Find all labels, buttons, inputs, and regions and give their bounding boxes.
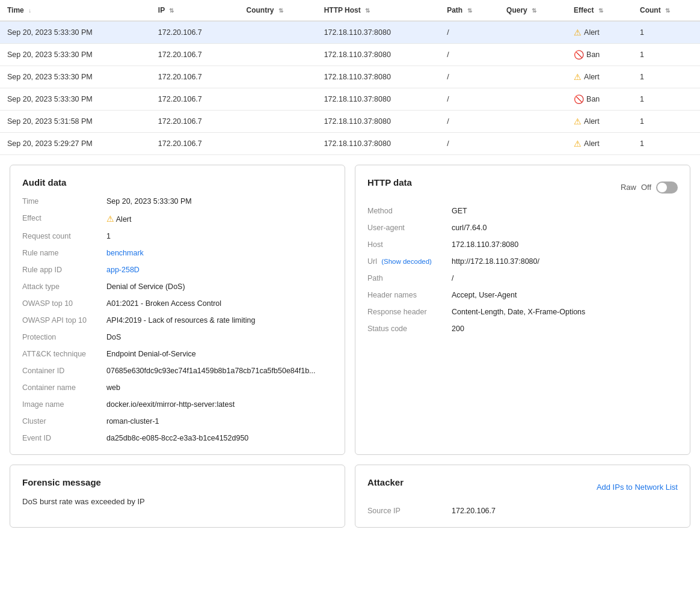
cell-httphost: 172.18.110.37:8080 [317,88,440,111]
cell-query [499,133,566,155]
ban-icon: 🚫 [574,50,584,59]
audit-field-label: Protection [22,333,106,341]
attacker-panel-header: Attacker Add IPs to Network List [367,477,678,497]
col-httphost[interactable]: HTTP Host ⇅ [317,0,440,21]
audit-field-value: API4:2019 - Lack of resources & rate lim… [106,316,333,325]
col-ip[interactable]: IP ⇅ [151,0,239,21]
http-field-value: / [452,274,678,282]
cell-path: / [440,44,499,66]
col-ip-label: IP [158,6,165,14]
table-row[interactable]: Sep 20, 2023 5:33:30 PM 172.20.106.7 172… [0,88,700,111]
table-row[interactable]: Sep 20, 2023 5:31:58 PM 172.20.106.7 172… [0,111,700,133]
col-country[interactable]: Country ⇅ [239,0,317,21]
col-time[interactable]: Time ↓ [0,0,151,21]
cell-effect: ⚠ Alert [566,21,633,44]
audit-field-value: 07685e630fdc9c93ec74f1a1459b8b1a78cb71ca… [106,367,333,375]
col-path[interactable]: Path ⇅ [440,0,499,21]
http-field-label: Path [367,274,452,282]
forensic-panel: Forensic message DoS burst rate was exce… [10,465,345,528]
cell-httphost: 172.18.110.37:8080 [317,66,440,88]
cell-ip: 172.20.106.7 [151,88,239,111]
audit-field-label: Request count [22,232,106,240]
http-field-value: Accept, User-Agent [452,291,678,299]
show-decoded-link[interactable]: (Show decoded) [379,258,432,265]
cell-path: / [440,88,499,111]
cell-query [499,44,566,66]
sort-icon-count: ⇅ [665,7,670,14]
cell-count: 1 [633,21,700,44]
effect-badge: ⚠ Alert [574,72,600,82]
cell-effect: 🚫 Ban [566,44,633,66]
audit-field-value[interactable]: benchmark [106,249,333,257]
col-count-label: Count [640,6,661,14]
cell-query [499,111,566,133]
table-row[interactable]: Sep 20, 2023 5:33:30 PM 172.20.106.7 172… [0,21,700,44]
audit-field-label: Cluster [22,417,106,425]
http-field-value: curl/7.64.0 [452,224,678,232]
forensic-title: Forensic message [22,477,333,487]
http-fields: MethodGETUser-agentcurl/7.64.0Host172.18… [367,207,678,333]
cell-effect: 🚫 Ban [566,88,633,111]
alert-icon: ⚠ [574,28,582,37]
sort-icon-httphost: ⇅ [365,7,370,14]
cell-country [239,66,317,88]
add-ips-link[interactable]: Add IPs to Network List [597,483,678,492]
cell-count: 1 [633,111,700,133]
http-field-label: Url (Show decoded) [367,257,452,266]
audit-title: Audit data [22,177,333,188]
audit-field-label: Container ID [22,367,106,375]
col-path-label: Path [447,6,462,14]
cell-query [499,66,566,88]
cell-time: Sep 20, 2023 5:33:30 PM [0,88,151,111]
cell-time: Sep 20, 2023 5:29:27 PM [0,133,151,155]
cell-time: Sep 20, 2023 5:33:30 PM [0,21,151,44]
cell-count: 1 [633,44,700,66]
http-field-label: User-agent [367,224,452,232]
attacker-panel: Attacker Add IPs to Network List Source … [355,465,690,528]
raw-toggle-row: Raw Off [621,181,678,194]
alert-icon: ⚠ [574,117,582,126]
cell-ip: 172.20.106.7 [151,111,239,133]
audit-field-label: Event ID [22,434,106,442]
cell-ip: 172.20.106.7 [151,44,239,66]
events-table-container: Time ↓ IP ⇅ Country ⇅ HTTP Host ⇅ Path [0,0,700,155]
table-row[interactable]: Sep 20, 2023 5:29:27 PM 172.20.106.7 172… [0,133,700,155]
col-query[interactable]: Query ⇅ [499,0,566,21]
audit-field-value[interactable]: app-258D [106,266,333,274]
url-label: Url [367,257,377,266]
sort-icon-ip: ⇅ [169,7,174,14]
col-httphost-label: HTTP Host [324,6,361,14]
table-row[interactable]: Sep 20, 2023 5:33:30 PM 172.20.106.7 172… [0,44,700,66]
http-field-label: Header names [367,291,452,299]
audit-field-value: 1 [106,232,333,240]
alert-icon: ⚠ [574,139,582,148]
http-field-value: GET [452,207,678,215]
audit-field-value: da25db8c-e085-8cc2-e3a3-b1ce4152d950 [106,434,333,442]
col-count[interactable]: Count ⇅ [633,0,700,21]
http-field-label: Status code [367,325,452,333]
cell-effect: ⚠ Alert [566,111,633,133]
cell-path: / [440,66,499,88]
col-effect[interactable]: Effect ⇅ [566,0,633,21]
cell-country [239,21,317,44]
http-field-value: http://172.18.110.37:8080/ [452,257,678,266]
detail-panels: Audit data TimeSep 20, 2023 5:33:30 PMEf… [0,155,700,465]
effect-badge: ⚠ Alert [574,117,600,126]
audit-field-label: Effect [22,214,106,222]
attacker-field-label: Source IP [367,507,452,515]
effect-badge: ⚠ Alert [574,139,600,148]
attacker-title: Attacker [367,477,404,487]
http-title: HTTP data [367,177,412,188]
raw-toggle[interactable] [656,181,678,194]
attacker-fields: Source IP172.20.106.7 [367,507,678,515]
audit-field-value: A01:2021 - Broken Access Control [106,299,333,308]
bottom-panels: Forensic message DoS burst rate was exce… [0,465,700,537]
audit-field-value: Denial of Service (DoS) [106,282,333,291]
audit-field-label: Container name [22,383,106,392]
http-field-value: 172.18.110.37:8080 [452,240,678,249]
table-row[interactable]: Sep 20, 2023 5:33:30 PM 172.20.106.7 172… [0,66,700,88]
audit-field-label: OWASP API top 10 [22,316,106,325]
cell-time: Sep 20, 2023 5:33:30 PM [0,44,151,66]
audit-field-value: Sep 20, 2023 5:33:30 PM [106,197,333,206]
effect-badge: 🚫 Ban [574,94,600,104]
